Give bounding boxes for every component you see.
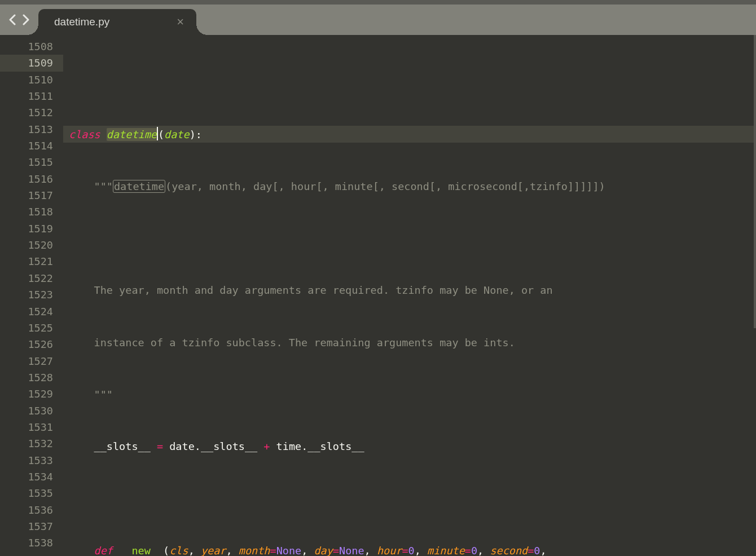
line-number: 1511	[0, 88, 63, 104]
code-line	[63, 230, 756, 246]
code-line: instance of a tzinfo subclass. The remai…	[63, 334, 756, 351]
line-number: 1534	[0, 469, 63, 485]
close-icon[interactable]: ×	[177, 16, 184, 28]
line-number: 1538	[0, 535, 63, 551]
line-number: 1531	[0, 419, 63, 435]
line-number: 1512	[0, 104, 63, 121]
code-line: """	[63, 386, 756, 403]
tab-datetime-py[interactable]: datetime.py ×	[38, 9, 196, 35]
line-number: 1529	[0, 386, 63, 402]
window-titlebar	[0, 0, 756, 5]
tab-bar: datetime.py ×	[0, 5, 756, 35]
line-number: 1536	[0, 502, 63, 518]
code-line	[63, 74, 756, 90]
line-number: 1537	[0, 518, 63, 535]
line-number: 1528	[0, 369, 63, 386]
line-number: 1526	[0, 336, 63, 352]
code-line: The year, month and day arguments are re…	[63, 282, 756, 298]
line-number: 1532	[0, 435, 63, 452]
line-number: 1517	[0, 187, 63, 204]
line-number: 1535	[0, 485, 63, 501]
code-area[interactable]: class datetime(date): """datetime(year, …	[63, 35, 756, 556]
line-number: 1516	[0, 171, 63, 187]
tab-label: datetime.py	[54, 16, 160, 28]
line-number: 1509	[0, 55, 63, 71]
line-number: 1519	[0, 220, 63, 237]
code-line: class datetime(date):	[63, 126, 756, 142]
line-number: 1527	[0, 353, 63, 369]
editor: 1508150915101511151215131514151515161517…	[0, 35, 756, 556]
line-number: 1525	[0, 320, 63, 336]
text-cursor	[157, 127, 158, 140]
code-line: """datetime(year, month, day[, hour[, mi…	[63, 178, 756, 195]
code-line: def __new__(cls, year, month=None, day=N…	[63, 542, 756, 556]
line-number: 1523	[0, 286, 63, 303]
line-number: 1533	[0, 452, 63, 469]
line-number: 1513	[0, 121, 63, 138]
line-number: 1530	[0, 403, 63, 419]
line-number: 1522	[0, 270, 63, 286]
line-number: 1515	[0, 154, 63, 170]
line-number: 1518	[0, 204, 63, 220]
code-line	[63, 491, 756, 507]
line-number: 1508	[0, 38, 63, 55]
line-number: 1510	[0, 72, 63, 88]
code-line: __slots__ = date.__slots__ + time.__slot…	[63, 438, 756, 454]
line-number-gutter[interactable]: 1508150915101511151215131514151515161517…	[0, 35, 63, 556]
line-number: 1520	[0, 237, 63, 253]
vertical-scrollbar[interactable]	[754, 35, 756, 328]
nav-back-icon[interactable]	[8, 14, 17, 25]
line-number: 1524	[0, 303, 63, 320]
line-number: 1521	[0, 253, 63, 270]
line-number: 1514	[0, 138, 63, 154]
